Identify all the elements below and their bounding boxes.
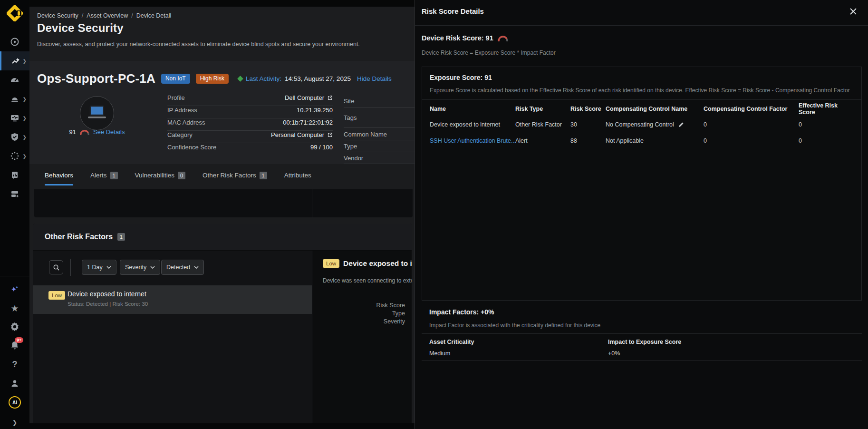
cell-control-factor: 0 bbox=[704, 137, 799, 144]
sidebar-item-device-security[interactable]: ❯ bbox=[0, 51, 29, 70]
cell-risk-score: 30 bbox=[570, 121, 606, 128]
sidebar-item-alerts[interactable]: ❯ bbox=[0, 89, 29, 108]
cell-impact: +0% bbox=[608, 350, 854, 357]
sidebar-item-user[interactable] bbox=[0, 374, 29, 393]
cell-risk-score: 88 bbox=[570, 137, 606, 144]
risk-factor-detail-pane: Low Device exposed to inter Device was s… bbox=[312, 251, 412, 423]
cell-name: Device exposed to internet bbox=[430, 121, 515, 128]
tab-other-risk-factors[interactable]: Other Risk Factors1 bbox=[203, 164, 267, 186]
tab-vulnerabilities[interactable]: Vulnerabilities0 bbox=[135, 164, 186, 186]
risk-factor-title: Device exposed to internet bbox=[68, 290, 146, 298]
cell-criticality: Medium bbox=[429, 350, 608, 357]
risk-factor-list-item[interactable]: Low Device exposed to internet Status: D… bbox=[33, 285, 312, 314]
sidebar-expand-button[interactable]: ❯ bbox=[0, 417, 29, 428]
exposure-score-description: Exposure Score is calculated based on th… bbox=[430, 87, 850, 94]
risk-gauge-icon bbox=[79, 129, 90, 135]
boxes-sparkle-icon bbox=[10, 189, 19, 199]
breadcrumb-device-detail[interactable]: Device Detail bbox=[136, 12, 172, 19]
sidebar-item-dashboard[interactable] bbox=[0, 70, 29, 89]
detail-tabs: Behaviors Alerts1 Vulnerabilities0 Other… bbox=[29, 164, 415, 186]
other-risk-factors-panel: Other Risk Factors 1 1 Day Severity Dete… bbox=[33, 224, 412, 423]
gear-icon bbox=[10, 322, 19, 331]
exposure-table-header: Name Risk Type Risk Score Compensating C… bbox=[422, 102, 861, 116]
behaviors-panel-remnant bbox=[34, 189, 413, 217]
sidebar-item-settings[interactable] bbox=[0, 317, 29, 336]
sidebar-item-reports[interactable] bbox=[0, 166, 29, 185]
info-label: MAC Address bbox=[167, 119, 205, 126]
see-details-link[interactable]: See Details bbox=[93, 128, 125, 136]
sidebar-item-ai-badge[interactable]: AI bbox=[0, 393, 29, 412]
chevron-right-icon: ❯ bbox=[23, 154, 27, 159]
cell-control-name: No Compensating Control bbox=[606, 121, 674, 128]
sidebar-item-ai-assistant[interactable] bbox=[0, 280, 29, 299]
confidence-score-value[interactable]: 99 / 100 bbox=[310, 144, 333, 151]
panel-title: Risk Score Details bbox=[422, 7, 484, 15]
tab-count-badge: 1 bbox=[110, 172, 118, 179]
info-label: Category bbox=[167, 131, 193, 138]
main-content: Device Security / Asset Overview / Devic… bbox=[29, 0, 415, 429]
sidebar-item-devices[interactable]: ❯ bbox=[0, 108, 29, 127]
tab-attributes[interactable]: Attributes bbox=[284, 164, 311, 186]
last-activity-value: 14:53, August 27, 2025 bbox=[285, 75, 351, 82]
sidebar-item-apps[interactable] bbox=[0, 185, 29, 204]
other-risk-factors-header: Other Risk Factors 1 bbox=[33, 224, 412, 251]
info-label: IP Address bbox=[167, 107, 197, 114]
table-divider bbox=[422, 99, 861, 100]
cell-name-link[interactable]: SSH User Authentication Brute... bbox=[430, 137, 515, 144]
info-label-tags: Tags bbox=[344, 114, 357, 121]
shield-check-icon bbox=[10, 132, 19, 142]
info-value: 00:1b:71:22:01:92 bbox=[283, 119, 333, 126]
breadcrumb-device-security[interactable]: Device Security bbox=[37, 12, 78, 19]
sidebar-item-favorites[interactable]: ★ bbox=[0, 299, 29, 318]
close-icon bbox=[850, 8, 857, 15]
close-button[interactable] bbox=[849, 7, 858, 16]
risk-factor-meta: Status: Detected | Risk Score: 30 bbox=[68, 301, 148, 307]
exposure-table-row: SSH User Authentication Brute... Alert 8… bbox=[422, 134, 861, 148]
cell-control-factor: 0 bbox=[704, 121, 799, 128]
impact-table-header: Asset Criticality Impact to Exposure Sco… bbox=[422, 336, 862, 348]
report-chart-icon bbox=[10, 170, 19, 180]
edit-pencil-icon[interactable] bbox=[678, 122, 684, 128]
risk-score-formula: Device Risk Score = Exposure Score * Imp… bbox=[422, 49, 556, 56]
search-button[interactable] bbox=[49, 260, 63, 274]
sidebar-item-notifications[interactable]: 9+ bbox=[0, 336, 29, 355]
col-risk-score: Risk Score bbox=[570, 106, 606, 112]
risk-score-value: 91 bbox=[69, 128, 76, 136]
breadcrumb-separator: / bbox=[131, 12, 133, 19]
sidebar-divider bbox=[0, 414, 29, 414]
page-header: Device Security / Asset Overview / Devic… bbox=[29, 7, 415, 61]
status-dropdown[interactable]: Detected bbox=[161, 260, 204, 275]
risk-score-details-panel: Risk Score Details Device Risk Score: 91… bbox=[415, 0, 868, 429]
device-header-section: Ops-Support-PC-1A Non IoT High Risk Last… bbox=[29, 61, 415, 164]
external-link-icon[interactable] bbox=[327, 132, 333, 138]
sidebar-item-help[interactable]: ? bbox=[0, 355, 29, 374]
exposure-table-row: Device exposed to internet Other Risk Fa… bbox=[422, 117, 861, 132]
cell-risk-type: Other Risk Factor bbox=[515, 121, 570, 128]
tab-alerts[interactable]: Alerts1 bbox=[90, 164, 118, 186]
tab-count-badge: 0 bbox=[178, 172, 185, 179]
armis-logo-icon[interactable] bbox=[6, 5, 23, 22]
sidebar-item-overview[interactable] bbox=[0, 32, 29, 51]
breadcrumb-asset-overview[interactable]: Asset Overview bbox=[87, 12, 128, 19]
sidebar-item-policies[interactable]: ❯ bbox=[0, 127, 29, 146]
chevron-down-icon bbox=[194, 266, 199, 269]
app-root: ❯ ❯ bbox=[0, 0, 868, 429]
info-value[interactable]: Dell Computer bbox=[285, 94, 324, 101]
sidebar-item-integrations[interactable]: ❯ bbox=[0, 146, 29, 166]
alarm-icon bbox=[10, 94, 19, 104]
search-icon bbox=[53, 264, 60, 271]
help-icon: ? bbox=[12, 360, 18, 370]
chevron-right-icon: ❯ bbox=[23, 58, 27, 64]
severity-badge: Low bbox=[323, 259, 339, 268]
time-range-dropdown[interactable]: 1 Day bbox=[82, 260, 116, 275]
chevron-down-icon bbox=[150, 266, 155, 269]
cell-risk-type: Alert bbox=[515, 137, 570, 144]
detail-field-label: Type bbox=[392, 310, 405, 317]
breadcrumb-separator: / bbox=[82, 12, 83, 19]
severity-dropdown[interactable]: Severity bbox=[120, 260, 160, 275]
info-value[interactable]: Personal Computer bbox=[271, 131, 324, 138]
filter-divider bbox=[70, 259, 71, 276]
tab-behaviors[interactable]: Behaviors bbox=[45, 164, 73, 186]
external-link-icon[interactable] bbox=[327, 95, 333, 101]
hide-details-link[interactable]: Hide Details bbox=[357, 75, 392, 82]
